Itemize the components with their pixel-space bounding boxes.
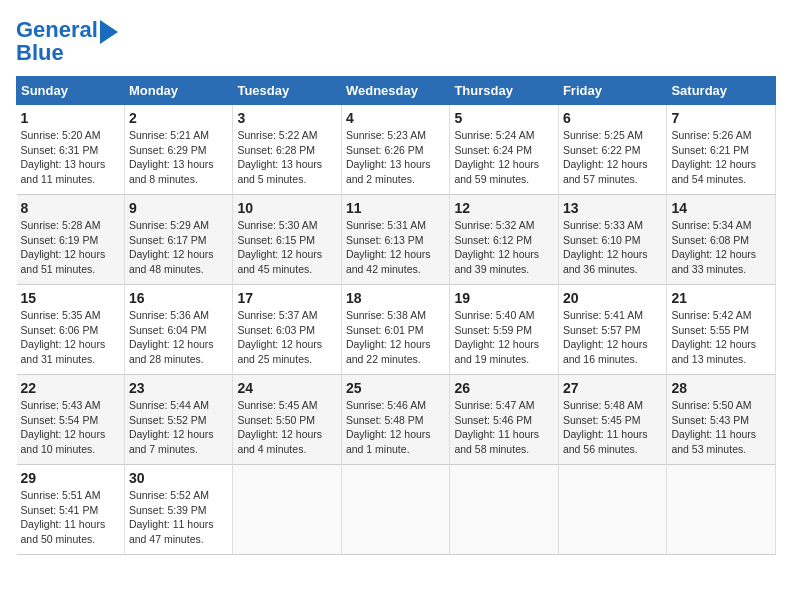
day-number: 2: [129, 110, 229, 126]
day-detail: Sunrise: 5:36 AM Sunset: 6:04 PM Dayligh…: [129, 308, 229, 367]
day-number: 19: [454, 290, 554, 306]
day-number: 21: [671, 290, 771, 306]
day-number: 24: [237, 380, 337, 396]
calendar-cell: [558, 465, 667, 555]
calendar-cell: 6Sunrise: 5:25 AM Sunset: 6:22 PM Daylig…: [558, 105, 667, 195]
day-number: 12: [454, 200, 554, 216]
day-detail: Sunrise: 5:29 AM Sunset: 6:17 PM Dayligh…: [129, 218, 229, 277]
day-detail: Sunrise: 5:43 AM Sunset: 5:54 PM Dayligh…: [21, 398, 120, 457]
calendar-cell: 2Sunrise: 5:21 AM Sunset: 6:29 PM Daylig…: [124, 105, 233, 195]
col-header-thursday: Thursday: [450, 77, 559, 105]
calendar-cell: 19Sunrise: 5:40 AM Sunset: 5:59 PM Dayli…: [450, 285, 559, 375]
day-detail: Sunrise: 5:25 AM Sunset: 6:22 PM Dayligh…: [563, 128, 663, 187]
day-detail: Sunrise: 5:21 AM Sunset: 6:29 PM Dayligh…: [129, 128, 229, 187]
col-header-saturday: Saturday: [667, 77, 776, 105]
col-header-wednesday: Wednesday: [341, 77, 450, 105]
day-detail: Sunrise: 5:38 AM Sunset: 6:01 PM Dayligh…: [346, 308, 446, 367]
day-detail: Sunrise: 5:26 AM Sunset: 6:21 PM Dayligh…: [671, 128, 771, 187]
day-number: 3: [237, 110, 337, 126]
calendar-cell: 1Sunrise: 5:20 AM Sunset: 6:31 PM Daylig…: [17, 105, 125, 195]
day-detail: Sunrise: 5:35 AM Sunset: 6:06 PM Dayligh…: [21, 308, 120, 367]
day-number: 13: [563, 200, 663, 216]
calendar-cell: 30Sunrise: 5:52 AM Sunset: 5:39 PM Dayli…: [124, 465, 233, 555]
day-detail: Sunrise: 5:41 AM Sunset: 5:57 PM Dayligh…: [563, 308, 663, 367]
calendar-cell: 29Sunrise: 5:51 AM Sunset: 5:41 PM Dayli…: [17, 465, 125, 555]
calendar-cell: 5Sunrise: 5:24 AM Sunset: 6:24 PM Daylig…: [450, 105, 559, 195]
page-header: General Blue: [16, 16, 776, 66]
day-detail: Sunrise: 5:46 AM Sunset: 5:48 PM Dayligh…: [346, 398, 446, 457]
calendar-table: SundayMondayTuesdayWednesdayThursdayFrid…: [16, 76, 776, 555]
day-number: 17: [237, 290, 337, 306]
logo-text: General: [16, 18, 98, 42]
calendar-cell: [450, 465, 559, 555]
col-header-sunday: Sunday: [17, 77, 125, 105]
day-number: 29: [21, 470, 120, 486]
calendar-cell: 12Sunrise: 5:32 AM Sunset: 6:12 PM Dayli…: [450, 195, 559, 285]
day-number: 16: [129, 290, 229, 306]
day-number: 22: [21, 380, 120, 396]
day-number: 10: [237, 200, 337, 216]
day-detail: Sunrise: 5:34 AM Sunset: 6:08 PM Dayligh…: [671, 218, 771, 277]
logo-arrow-icon: [100, 20, 118, 44]
day-detail: Sunrise: 5:42 AM Sunset: 5:55 PM Dayligh…: [671, 308, 771, 367]
calendar-cell: 24Sunrise: 5:45 AM Sunset: 5:50 PM Dayli…: [233, 375, 342, 465]
day-number: 9: [129, 200, 229, 216]
day-detail: Sunrise: 5:52 AM Sunset: 5:39 PM Dayligh…: [129, 488, 229, 547]
calendar-cell: 16Sunrise: 5:36 AM Sunset: 6:04 PM Dayli…: [124, 285, 233, 375]
day-detail: Sunrise: 5:48 AM Sunset: 5:45 PM Dayligh…: [563, 398, 663, 457]
day-number: 28: [671, 380, 771, 396]
day-detail: Sunrise: 5:40 AM Sunset: 5:59 PM Dayligh…: [454, 308, 554, 367]
day-number: 5: [454, 110, 554, 126]
calendar-cell: 23Sunrise: 5:44 AM Sunset: 5:52 PM Dayli…: [124, 375, 233, 465]
day-number: 4: [346, 110, 446, 126]
calendar-cell: 17Sunrise: 5:37 AM Sunset: 6:03 PM Dayli…: [233, 285, 342, 375]
day-number: 11: [346, 200, 446, 216]
calendar-cell: [233, 465, 342, 555]
day-detail: Sunrise: 5:44 AM Sunset: 5:52 PM Dayligh…: [129, 398, 229, 457]
day-detail: Sunrise: 5:47 AM Sunset: 5:46 PM Dayligh…: [454, 398, 554, 457]
calendar-cell: 10Sunrise: 5:30 AM Sunset: 6:15 PM Dayli…: [233, 195, 342, 285]
day-number: 18: [346, 290, 446, 306]
day-detail: Sunrise: 5:33 AM Sunset: 6:10 PM Dayligh…: [563, 218, 663, 277]
calendar-cell: 14Sunrise: 5:34 AM Sunset: 6:08 PM Dayli…: [667, 195, 776, 285]
day-number: 23: [129, 380, 229, 396]
day-number: 8: [21, 200, 120, 216]
day-detail: Sunrise: 5:45 AM Sunset: 5:50 PM Dayligh…: [237, 398, 337, 457]
calendar-cell: 27Sunrise: 5:48 AM Sunset: 5:45 PM Dayli…: [558, 375, 667, 465]
col-header-friday: Friday: [558, 77, 667, 105]
calendar-cell: 22Sunrise: 5:43 AM Sunset: 5:54 PM Dayli…: [17, 375, 125, 465]
calendar-cell: 20Sunrise: 5:41 AM Sunset: 5:57 PM Dayli…: [558, 285, 667, 375]
day-detail: Sunrise: 5:30 AM Sunset: 6:15 PM Dayligh…: [237, 218, 337, 277]
day-detail: Sunrise: 5:24 AM Sunset: 6:24 PM Dayligh…: [454, 128, 554, 187]
day-detail: Sunrise: 5:32 AM Sunset: 6:12 PM Dayligh…: [454, 218, 554, 277]
calendar-cell: 7Sunrise: 5:26 AM Sunset: 6:21 PM Daylig…: [667, 105, 776, 195]
day-number: 15: [21, 290, 120, 306]
calendar-cell: 13Sunrise: 5:33 AM Sunset: 6:10 PM Dayli…: [558, 195, 667, 285]
day-detail: Sunrise: 5:37 AM Sunset: 6:03 PM Dayligh…: [237, 308, 337, 367]
day-number: 30: [129, 470, 229, 486]
calendar-cell: 9Sunrise: 5:29 AM Sunset: 6:17 PM Daylig…: [124, 195, 233, 285]
day-number: 20: [563, 290, 663, 306]
calendar-cell: 26Sunrise: 5:47 AM Sunset: 5:46 PM Dayli…: [450, 375, 559, 465]
day-number: 26: [454, 380, 554, 396]
col-header-tuesday: Tuesday: [233, 77, 342, 105]
day-number: 6: [563, 110, 663, 126]
day-detail: Sunrise: 5:31 AM Sunset: 6:13 PM Dayligh…: [346, 218, 446, 277]
calendar-cell: 11Sunrise: 5:31 AM Sunset: 6:13 PM Dayli…: [341, 195, 450, 285]
day-number: 27: [563, 380, 663, 396]
day-detail: Sunrise: 5:28 AM Sunset: 6:19 PM Dayligh…: [21, 218, 120, 277]
calendar-cell: 3Sunrise: 5:22 AM Sunset: 6:28 PM Daylig…: [233, 105, 342, 195]
day-number: 1: [21, 110, 120, 126]
day-detail: Sunrise: 5:51 AM Sunset: 5:41 PM Dayligh…: [21, 488, 120, 547]
calendar-cell: [667, 465, 776, 555]
day-number: 7: [671, 110, 771, 126]
calendar-cell: 15Sunrise: 5:35 AM Sunset: 6:06 PM Dayli…: [17, 285, 125, 375]
day-number: 14: [671, 200, 771, 216]
day-detail: Sunrise: 5:50 AM Sunset: 5:43 PM Dayligh…: [671, 398, 771, 457]
day-number: 25: [346, 380, 446, 396]
calendar-cell: 18Sunrise: 5:38 AM Sunset: 6:01 PM Dayli…: [341, 285, 450, 375]
calendar-cell: 4Sunrise: 5:23 AM Sunset: 6:26 PM Daylig…: [341, 105, 450, 195]
calendar-cell: 28Sunrise: 5:50 AM Sunset: 5:43 PM Dayli…: [667, 375, 776, 465]
logo: General Blue: [16, 16, 118, 66]
col-header-monday: Monday: [124, 77, 233, 105]
